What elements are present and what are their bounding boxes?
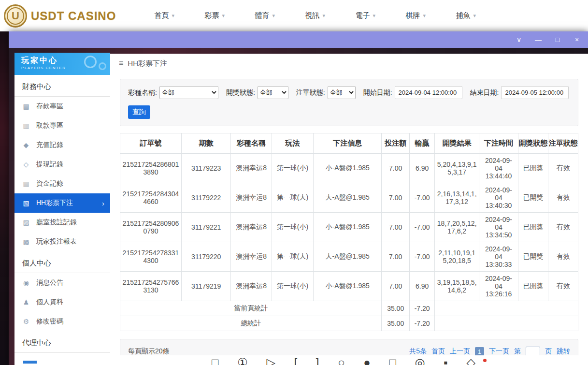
first-page-link[interactable]: 首页: [431, 347, 445, 356]
nav-item-label: 體育: [255, 11, 270, 20]
sidebar-item-withdraw-area[interactable]: ▥ 取款專區: [14, 116, 110, 135]
bets-table-wrap: 訂單號期數彩種名稱玩法下注信息投注額輸贏開獎結果下注時間開獎狀態注單狀態 215…: [120, 133, 578, 331]
lottery-name-label: 彩種名稱:: [128, 88, 157, 97]
report-icon: ▩: [22, 238, 30, 246]
column-header: 開獎狀態: [518, 133, 548, 154]
logo-text: USDT CASINO: [31, 9, 116, 23]
draw-status-label: 開獎狀態:: [226, 88, 255, 97]
cell-draw-result: 18,7,20,5,12,17,6,2: [435, 213, 479, 242]
nav-item[interactable]: 棋牌 ▾: [390, 11, 441, 20]
cell-draw-result: 5,20,4,13,9,15,3,17: [435, 154, 479, 183]
sidebar-item-profile[interactable]: ♟ 個人資料: [14, 292, 110, 312]
sidebar-item-player-bet-report[interactable]: ▩ 玩家投注報表: [14, 232, 110, 251]
decorative-circle-icon: [99, 62, 106, 70]
cell-win-loss: -7.00: [410, 183, 435, 213]
cell-bet-info: 大-A盤@1.985: [314, 183, 382, 213]
cell-period: 31179221: [182, 213, 231, 242]
sidebar-item-label: HH彩票下注: [36, 199, 73, 207]
current-page[interactable]: 1: [475, 347, 484, 356]
page-links: 共5条 首页 上一页 1 下一页 第 页 跳转: [409, 347, 570, 356]
cell-period: 31179220: [182, 242, 231, 272]
nav-item-label: 首頁: [155, 11, 169, 20]
column-header: 訂單號: [120, 133, 182, 154]
recharge-record-icon: ◆: [22, 141, 30, 149]
table-body: 2152172542868013890 31179223 澳洲幸运8 第一球(小…: [120, 154, 578, 301]
total-summary-label: 總統計: [120, 316, 382, 331]
room-bet-record-icon: ▨: [22, 219, 30, 226]
lottery-bet-icon: ▧: [22, 199, 30, 207]
jump-button[interactable]: 跳转: [557, 347, 570, 356]
cell-bet-time: 2024-09-04 13:40:30: [479, 183, 518, 213]
order-status-select[interactable]: 全部: [328, 86, 356, 99]
sidebar-item-fund-records[interactable]: ▦ 資金記錄: [14, 174, 110, 193]
sidebar-item-label: 提現記錄: [36, 160, 63, 169]
start-date-label: 開始日期:: [363, 88, 392, 97]
logo-coin-icon: U: [4, 4, 27, 28]
cell-period: 31179223: [182, 154, 231, 183]
cell-draw-result: 3,19,15,18,5,14,6,2: [435, 272, 479, 301]
nav-item[interactable]: 捕魚 ▾: [441, 11, 491, 20]
sidebar-item-hh-lottery-bets[interactable]: ▧ HH彩票下注 ›: [14, 193, 110, 213]
cell-draw-status: 已開獎: [518, 183, 548, 213]
cell-play-type: 第一球(小): [272, 154, 313, 183]
prev-page-link[interactable]: 上一页: [450, 347, 470, 356]
sidebar-item-room-bet-records[interactable]: ▨ 廳室投註記錄: [14, 213, 110, 232]
nav-item[interactable]: 彩票 ▾: [189, 11, 240, 20]
draw-status-select[interactable]: 全部: [258, 86, 288, 99]
cell-order-status: 有效: [548, 242, 578, 272]
cell-draw-status: 已開獎: [518, 213, 548, 242]
window-minimize-icon[interactable]: —: [534, 36, 543, 43]
nav-item[interactable]: 電子 ▾: [340, 11, 390, 20]
cell-win-loss: -7.00: [410, 242, 435, 272]
section-title-personal: 個人中心: [14, 251, 110, 273]
nav-item[interactable]: 視訊 ▾: [290, 11, 340, 20]
sidebar-item-withdrawal-records[interactable]: ◇ 提現記錄: [14, 155, 110, 174]
nav-item[interactable]: 體育 ▾: [240, 11, 290, 20]
sidebar-item-recharge-records[interactable]: ◆ 充值記錄: [14, 135, 110, 155]
bets-table: 訂單號期數彩種名稱玩法下注信息投注額輸贏開獎結果下注時間開獎狀態注單狀態 215…: [120, 133, 578, 331]
sidebar-item-label: 玩家投注報表: [36, 237, 77, 246]
menu-toggle-icon[interactable]: ≡: [119, 59, 123, 68]
window-collapse-icon[interactable]: ∨: [515, 36, 523, 43]
cell-order-status: 有效: [548, 183, 578, 213]
sidebar-item-deposit-area[interactable]: ▤ 存款專區: [14, 97, 110, 116]
cell-bet-info: 小-A盤@1.985: [314, 154, 382, 183]
cell-lottery-name: 澳洲幸运8: [231, 242, 272, 272]
nav-item-label: 彩票: [205, 11, 219, 20]
page-summary-row: 當前頁統計 35.00 -7.20: [120, 301, 578, 316]
start-date-input[interactable]: [395, 86, 462, 99]
window-titlebar[interactable]: ∨ — □ ×: [9, 31, 588, 48]
cell-order-no: 2152172542868013890: [120, 154, 182, 183]
sidebar-item-label: 個人資料: [36, 298, 63, 307]
next-page-link[interactable]: 下一页: [489, 347, 509, 356]
sidebar-header: 玩家中心 PLAYERS CENTER: [14, 53, 110, 75]
nav-item-label: 捕魚: [456, 11, 471, 20]
person-icon: ♟: [22, 298, 30, 306]
cell-order-no: 2152172542757663130: [120, 272, 182, 301]
column-header: 注單狀態: [548, 133, 578, 154]
cell-win-loss: 6.90: [410, 272, 435, 301]
window-close-icon[interactable]: ×: [573, 36, 581, 43]
nav-item[interactable]: 首頁 ▾: [139, 11, 189, 20]
end-date-input[interactable]: [501, 86, 569, 99]
sidebar-item-label: 存款專區: [36, 102, 63, 111]
cell-bet-amount: 7.00: [382, 242, 410, 272]
window-maximize-icon[interactable]: □: [553, 36, 562, 43]
cell-play-type: 第一球(小): [272, 213, 313, 242]
decorative-circle-icon: [84, 56, 97, 68]
deposit-icon: ▤: [22, 102, 30, 110]
sidebar: 玩家中心 PLAYERS CENTER 財務中心 ▤ 存款專區 ▥ 取款專區 ◆…: [14, 53, 110, 365]
lottery-name-select[interactable]: 全部: [159, 86, 218, 99]
column-header: 下注信息: [314, 133, 382, 154]
page-jump-input[interactable]: [526, 347, 540, 356]
fund-record-icon: ▦: [22, 180, 30, 188]
sidebar-item-change-password[interactable]: ⚙ 修改密碼: [14, 312, 110, 331]
sidebar-item-label: 修改密碼: [36, 317, 63, 326]
chevron-down-icon: ▾: [473, 13, 476, 19]
sidebar-item-announcements[interactable]: ◉ 消息公告: [14, 273, 110, 292]
search-button[interactable]: 查詢: [128, 105, 150, 119]
cell-draw-status: 已開獎: [518, 272, 548, 301]
site-logo[interactable]: U USDT CASINO: [4, 4, 116, 28]
cell-draw-status: 已開獎: [518, 242, 548, 272]
table-row: 2152172542809060790 31179221 澳洲幸运8 第一球(小…: [120, 213, 578, 242]
